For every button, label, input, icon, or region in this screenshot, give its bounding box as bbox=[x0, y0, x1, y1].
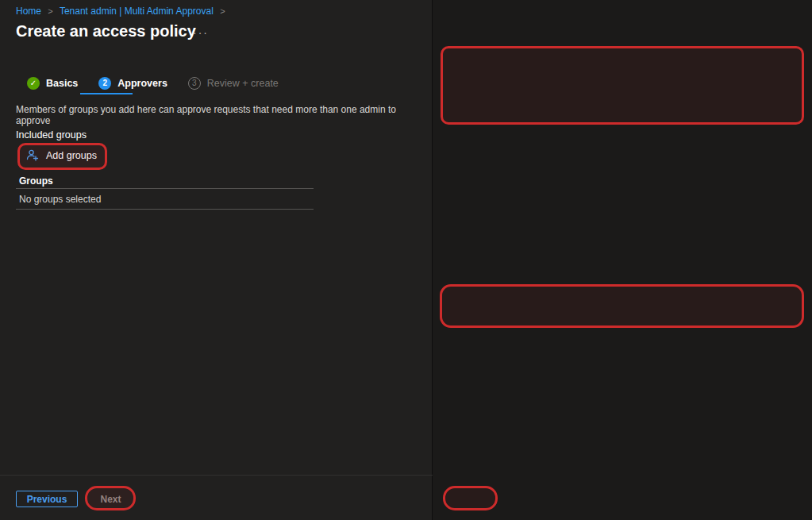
breadcrumb-separator-icon: > bbox=[220, 6, 225, 16]
groups-column-header: Groups bbox=[19, 175, 53, 187]
tab-basics[interactable]: ✓ Basics bbox=[27, 77, 78, 90]
table-row-divider bbox=[16, 209, 314, 210]
person-add-icon bbox=[26, 149, 39, 161]
breadcrumb-home-link[interactable]: Home bbox=[16, 6, 41, 17]
tab-review-create-label: Review + create bbox=[207, 78, 279, 89]
add-groups-button-label: Add groups bbox=[46, 150, 97, 161]
page-title: Create an access policy bbox=[16, 22, 196, 40]
breadcrumb-separator-icon: > bbox=[48, 6, 52, 16]
tab-approvers[interactable]: 2 Approvers bbox=[98, 77, 167, 90]
table-header-divider bbox=[16, 188, 314, 189]
no-groups-selected-text: No groups selected bbox=[19, 194, 101, 205]
tab-basics-label: Basics bbox=[46, 78, 78, 89]
approvers-description: Members of groups you add here can appro… bbox=[16, 104, 432, 126]
create-access-policy-panel: Home > Tenant admin | Multi Admin Approv… bbox=[0, 0, 432, 520]
next-button[interactable]: Next bbox=[91, 491, 130, 507]
select-groups-flyout: Select groups to include Azure AD Groups… bbox=[433, 0, 812, 520]
more-options-icon[interactable]: ··· bbox=[193, 26, 209, 39]
tab-review-create[interactable]: 3 Review + create bbox=[188, 77, 279, 90]
breadcrumb: Home > Tenant admin | Multi Admin Approv… bbox=[16, 6, 229, 17]
step-3-badge: 3 bbox=[188, 77, 201, 90]
active-tab-underline bbox=[80, 93, 133, 94]
tab-approvers-label: Approvers bbox=[117, 78, 167, 89]
breadcrumb-tenant-admin-link[interactable]: Tenant admin | Multi Admin Approval bbox=[60, 6, 214, 17]
previous-button[interactable]: Previous bbox=[16, 491, 78, 507]
add-groups-button[interactable]: Add groups bbox=[26, 149, 97, 161]
azure-portal-screen: Home > Tenant admin | Multi Admin Approv… bbox=[0, 0, 812, 520]
wizard-tabs: ✓ Basics 2 Approvers 3 Review + create bbox=[27, 77, 279, 90]
check-icon: ✓ bbox=[27, 77, 40, 90]
included-groups-label: Included groups bbox=[16, 129, 87, 141]
step-2-badge: 2 bbox=[98, 77, 111, 90]
